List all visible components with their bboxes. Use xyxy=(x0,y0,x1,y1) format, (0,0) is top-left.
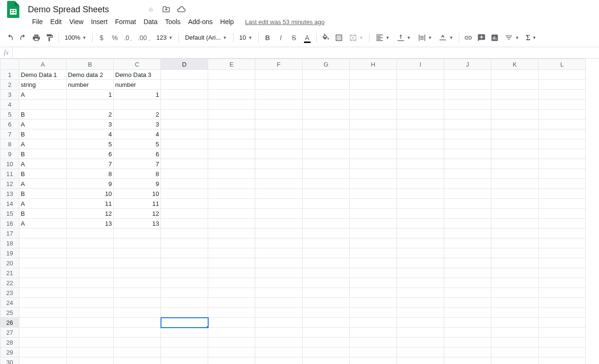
move-icon[interactable] xyxy=(161,5,171,14)
cell-A4[interactable] xyxy=(19,100,67,110)
formula-input[interactable] xyxy=(12,47,595,58)
cell-B23[interactable] xyxy=(67,288,114,298)
cell-E19[interactable] xyxy=(208,248,255,258)
cell-K6[interactable] xyxy=(491,119,539,129)
cell-J12[interactable] xyxy=(444,179,491,189)
cell-I13[interactable] xyxy=(397,189,444,199)
cell-J18[interactable] xyxy=(444,238,491,248)
cell-C11[interactable]: 8 xyxy=(114,169,161,179)
cell-K20[interactable] xyxy=(491,258,539,268)
cell-K13[interactable] xyxy=(491,189,539,199)
cell-C28[interactable] xyxy=(114,338,161,347)
cell-F12[interactable] xyxy=(255,179,303,189)
currency-button[interactable]: $ xyxy=(95,32,108,44)
row-header-22[interactable]: 22 xyxy=(0,278,19,288)
cell-C17[interactable] xyxy=(114,229,161,238)
row-header-13[interactable]: 13 xyxy=(0,189,19,199)
cell-D13[interactable] xyxy=(161,189,208,199)
menu-help[interactable]: Help xyxy=(217,16,238,27)
cell-L12[interactable] xyxy=(539,179,586,189)
row-header-17[interactable]: 17 xyxy=(0,229,19,238)
select-all-corner[interactable] xyxy=(0,59,19,70)
cell-H19[interactable] xyxy=(350,248,397,258)
cell-A7[interactable]: B xyxy=(19,129,67,139)
cell-J8[interactable] xyxy=(444,139,491,149)
cell-I24[interactable] xyxy=(397,298,444,308)
cell-C16[interactable]: 13 xyxy=(114,219,161,229)
cell-F5[interactable] xyxy=(255,110,303,119)
cell-A3[interactable]: A xyxy=(19,90,67,100)
cell-K16[interactable] xyxy=(491,219,539,229)
row-header-14[interactable]: 14 xyxy=(0,199,19,209)
cell-K1[interactable] xyxy=(491,70,539,80)
cell-L29[interactable] xyxy=(539,347,586,357)
cell-J11[interactable] xyxy=(444,169,491,179)
cell-H13[interactable] xyxy=(350,189,397,199)
cell-I25[interactable] xyxy=(397,308,444,318)
filter-button[interactable]: ▼ xyxy=(502,32,522,44)
cell-H10[interactable] xyxy=(350,159,397,169)
italic-button[interactable]: I xyxy=(275,32,287,44)
cell-L2[interactable] xyxy=(539,80,586,90)
cell-J30[interactable] xyxy=(444,357,491,364)
cell-D20[interactable] xyxy=(161,258,208,268)
row-header-23[interactable]: 23 xyxy=(0,288,19,298)
cell-D2[interactable] xyxy=(161,80,208,90)
cell-J24[interactable] xyxy=(444,298,491,308)
cell-F4[interactable] xyxy=(255,100,303,110)
cell-D5[interactable] xyxy=(161,110,208,119)
cell-F8[interactable] xyxy=(255,139,303,149)
cell-A14[interactable]: A xyxy=(19,199,67,209)
cell-C12[interactable]: 9 xyxy=(114,179,161,189)
cell-A29[interactable] xyxy=(19,347,67,357)
column-header-G[interactable]: G xyxy=(303,59,350,70)
cell-F13[interactable] xyxy=(255,189,303,199)
cell-G10[interactable] xyxy=(303,159,350,169)
cell-C20[interactable] xyxy=(114,258,161,268)
cell-D16[interactable] xyxy=(161,219,208,229)
cell-H27[interactable] xyxy=(350,328,397,338)
cell-J29[interactable] xyxy=(444,347,491,357)
cell-C9[interactable]: 6 xyxy=(114,149,161,159)
undo-button[interactable] xyxy=(4,32,16,44)
cell-D25[interactable] xyxy=(161,308,208,318)
cell-L25[interactable] xyxy=(539,308,586,318)
cell-D30[interactable] xyxy=(161,357,208,364)
cell-B15[interactable]: 12 xyxy=(67,209,114,219)
cell-G8[interactable] xyxy=(303,139,350,149)
cell-I21[interactable] xyxy=(397,268,444,278)
cell-A27[interactable] xyxy=(19,328,67,338)
cell-A5[interactable]: B xyxy=(19,110,67,119)
cell-H1[interactable] xyxy=(350,70,397,80)
column-header-J[interactable]: J xyxy=(444,59,491,70)
cell-K28[interactable] xyxy=(491,338,539,347)
cell-E20[interactable] xyxy=(208,258,255,268)
cell-A9[interactable]: B xyxy=(19,149,67,159)
cell-K9[interactable] xyxy=(491,149,539,159)
insert-comment-button[interactable] xyxy=(475,32,488,44)
fill-color-button[interactable] xyxy=(320,32,332,44)
cell-B3[interactable]: 1 xyxy=(67,90,114,100)
cell-L18[interactable] xyxy=(539,238,586,248)
cell-G1[interactable] xyxy=(303,70,350,80)
cell-K21[interactable] xyxy=(491,268,539,278)
cell-J2[interactable] xyxy=(444,80,491,90)
cell-A28[interactable] xyxy=(19,338,67,347)
cell-D21[interactable] xyxy=(161,268,208,278)
font-size-dropdown[interactable]: 10▼ xyxy=(236,32,255,44)
cell-L8[interactable] xyxy=(539,139,586,149)
cell-G4[interactable] xyxy=(303,100,350,110)
cell-I1[interactable] xyxy=(397,70,444,80)
cell-D17[interactable] xyxy=(161,229,208,238)
cell-I17[interactable] xyxy=(397,229,444,238)
percent-button[interactable]: % xyxy=(109,32,121,44)
cell-K24[interactable] xyxy=(491,298,539,308)
cell-C24[interactable] xyxy=(114,298,161,308)
cell-A19[interactable] xyxy=(19,248,67,258)
cell-I26[interactable] xyxy=(397,318,444,328)
cell-K30[interactable] xyxy=(491,357,539,364)
functions-button[interactable]: Σ▼ xyxy=(523,32,539,44)
cell-D19[interactable] xyxy=(161,248,208,258)
row-header-28[interactable]: 28 xyxy=(0,338,19,347)
cell-H12[interactable] xyxy=(350,179,397,189)
